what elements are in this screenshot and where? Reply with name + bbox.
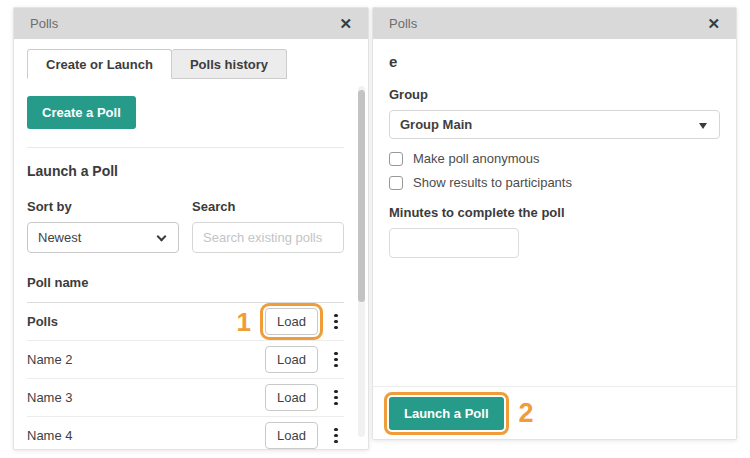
- tab-bar: Create or Launch Polls history: [27, 49, 344, 79]
- polls-list-panel: Polls ✕ Create or Launch Polls history C…: [13, 7, 369, 450]
- group-select[interactable]: Group Main: [389, 110, 720, 139]
- show-results-checkbox-label: Show results to participants: [413, 175, 572, 190]
- poll-launch-panel: Polls ✕ e Group Group Main Make poll ano…: [372, 7, 737, 440]
- minutes-input[interactable]: [389, 228, 519, 258]
- anonymous-checkbox[interactable]: [389, 152, 403, 166]
- search-input[interactable]: [192, 222, 344, 253]
- anonymous-option: Make poll anonymous: [389, 151, 720, 166]
- kebab-menu-icon[interactable]: [328, 310, 344, 334]
- close-icon[interactable]: ✕: [339, 16, 352, 31]
- poll-list-row: Polls 1 Load: [27, 303, 344, 341]
- poll-name: Name 4: [27, 428, 265, 443]
- create-a-poll-button[interactable]: Create a Poll: [27, 96, 136, 129]
- chevron-down-icon: [157, 232, 167, 242]
- poll-name: Name 3: [27, 390, 265, 405]
- kebab-menu-icon[interactable]: [328, 348, 344, 372]
- search-label: Search: [192, 199, 344, 214]
- sort-by-selected-value: Newest: [38, 230, 81, 245]
- load-button[interactable]: Load: [265, 346, 318, 373]
- sort-by-label: Sort by: [27, 199, 179, 214]
- panel-header: Polls ✕: [373, 8, 736, 39]
- search-field: Search: [192, 199, 344, 253]
- sort-by-select[interactable]: Newest: [27, 222, 179, 253]
- poll-list: Polls 1 Load Name 2 Load Name 3 Load Nam…: [27, 302, 344, 450]
- kebab-menu-icon[interactable]: [328, 386, 344, 410]
- show-results-option: Show results to participants: [389, 175, 720, 190]
- group-selected-value: Group Main: [400, 117, 472, 132]
- load-button[interactable]: Load: [265, 422, 318, 449]
- panel-title: Polls: [389, 16, 417, 31]
- show-results-checkbox[interactable]: [389, 176, 403, 190]
- launch-a-poll-button[interactable]: Launch a Poll: [389, 397, 504, 430]
- right-panel-content: e Group Group Main Make poll anonymous S…: [373, 53, 736, 258]
- kebab-menu-icon[interactable]: [328, 424, 344, 448]
- section-divider: [27, 147, 344, 148]
- poll-name: Polls: [27, 314, 237, 329]
- launch-footer: Launch a Poll 2: [373, 386, 736, 439]
- selected-poll-name: e: [389, 53, 720, 70]
- poll-list-row: Name 4 Load: [27, 417, 344, 450]
- poll-list-row: Name 2 Load: [27, 341, 344, 379]
- load-button[interactable]: Load: [265, 308, 318, 335]
- poll-name: Name 2: [27, 352, 265, 367]
- poll-list-row: Name 3 Load: [27, 379, 344, 417]
- sort-search-row: Sort by Newest Search: [27, 199, 344, 253]
- step-annotation-1: 1: [237, 309, 251, 335]
- step-annotation-2: 2: [519, 400, 534, 427]
- panel-title: Polls: [30, 16, 58, 31]
- panel-header: Polls ✕: [14, 8, 368, 39]
- left-panel-content: Create or Launch Polls history Create a …: [14, 49, 368, 450]
- poll-name-column-header: Poll name: [27, 275, 344, 290]
- tab-create-or-launch[interactable]: Create or Launch: [27, 49, 172, 79]
- tab-polls-history[interactable]: Polls history: [172, 49, 287, 79]
- scrollbar-thumb[interactable]: [358, 90, 365, 302]
- launch-a-poll-heading: Launch a Poll: [27, 163, 344, 179]
- caret-down-icon: [699, 123, 707, 129]
- anonymous-checkbox-label: Make poll anonymous: [413, 151, 539, 166]
- minutes-label: Minutes to complete the poll: [389, 205, 720, 220]
- sort-by-field: Sort by Newest: [27, 199, 179, 253]
- group-label: Group: [389, 87, 720, 102]
- load-button[interactable]: Load: [265, 384, 318, 411]
- close-icon[interactable]: ✕: [707, 16, 720, 31]
